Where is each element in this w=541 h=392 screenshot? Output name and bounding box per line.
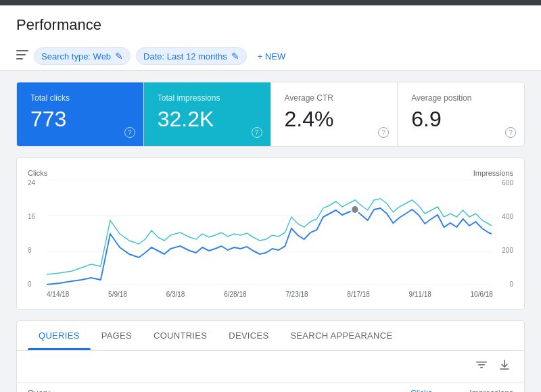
col-query-label: Query	[28, 389, 50, 392]
table-toolbar	[17, 351, 524, 383]
chart-right-axis-label: Impressions	[473, 169, 513, 177]
metric-total-impressions-value: 32.2K	[158, 108, 257, 130]
tab-devices-label: DEVICES	[229, 330, 268, 341]
svg-rect-2	[16, 58, 23, 59]
table-header: Query ↓ Clicks Impressions	[17, 383, 524, 392]
page-header: Performance Search type: Web ✎ Date: Las…	[0, 5, 541, 71]
col-impressions-label: Impressions	[469, 389, 513, 392]
svg-rect-0	[16, 50, 28, 51]
y-right-200: 200	[493, 247, 513, 254]
metric-total-clicks-label: Total clicks	[30, 93, 130, 103]
x-label-5: 7/23/18	[285, 291, 308, 298]
svg-rect-7	[476, 362, 487, 363]
chart-svg	[47, 180, 492, 288]
metric-total-clicks: Total clicks 773 ?	[17, 82, 144, 146]
tab-queries-label: QUERIES	[39, 330, 80, 341]
chip-search-type-edit-icon: ✎	[115, 51, 123, 62]
metric-average-ctr: Average CTR 2.4% ?	[271, 82, 398, 146]
tab-search-appearance[interactable]: SEARCH APPEARANCE	[279, 321, 403, 350]
tab-queries[interactable]: QUERIES	[28, 321, 91, 350]
impressions-line	[47, 199, 492, 274]
y-right-600: 600	[493, 180, 513, 187]
metric-average-position-value: 6.9	[411, 108, 511, 130]
tab-countries[interactable]: COUNTRIES	[143, 321, 218, 350]
new-filter-label: + NEW	[258, 51, 286, 62]
tab-search-appearance-label: SEARCH APPEARANCE	[290, 330, 392, 341]
chart-container: Clicks Impressions 24 16 8 0	[16, 157, 525, 310]
chart-left-axis-label: Clicks	[28, 169, 47, 177]
main-content: Total clicks 773 ? Total impressions 32.…	[0, 71, 541, 392]
x-label-8: 10/6/18	[471, 291, 493, 298]
chart-y-right: 600 400 200 0	[493, 180, 513, 288]
x-label-1: 4/14/18	[47, 291, 69, 298]
col-clicks-header[interactable]: ↓ Clicks	[351, 389, 432, 392]
y-right-0: 0	[493, 281, 513, 288]
metric-average-ctr-help[interactable]: ?	[378, 127, 389, 138]
filter-rows-icon[interactable]	[473, 356, 490, 377]
x-label-3: 6/3/18	[166, 291, 185, 298]
y-left-16: 16	[28, 214, 45, 220]
top-bar	[0, 0, 541, 5]
svg-rect-9	[480, 367, 483, 368]
metric-average-ctr-label: Average CTR	[285, 93, 384, 103]
chip-date-label: Date: Last 12 months	[143, 51, 227, 62]
x-label-2: 5/9/18	[108, 291, 127, 298]
new-filter-button[interactable]: + NEW	[252, 49, 291, 64]
chart-x-labels: 4/14/18 5/9/18 6/3/18 6/28/18 7/23/18 8/…	[28, 291, 513, 298]
metric-average-ctr-value: 2.4%	[285, 108, 384, 130]
filter-chip-search-type[interactable]: Search type: Web ✎	[34, 47, 131, 65]
page-title: Performance	[16, 16, 525, 34]
chip-date-edit-icon: ✎	[231, 51, 239, 62]
tooltip-dot	[351, 205, 358, 214]
filter-menu-icon[interactable]	[16, 50, 28, 62]
chart-wrapper: 24 16 8 0	[28, 180, 513, 288]
x-label-7: 9/11/18	[408, 291, 431, 298]
chart-y-left: 24 16 8 0	[28, 180, 45, 288]
tabs-bar: QUERIES PAGES COUNTRIES DEVICES SEARCH A…	[17, 321, 524, 351]
filter-chip-date[interactable]: Date: Last 12 months ✎	[136, 47, 247, 65]
col-impressions-header: Impressions	[432, 389, 513, 392]
x-label-6: 8/17/18	[347, 291, 369, 298]
tab-pages[interactable]: PAGES	[91, 321, 143, 350]
download-icon[interactable]	[496, 356, 513, 377]
y-right-400: 400	[493, 214, 513, 220]
x-label-4: 6/28/18	[224, 291, 246, 298]
metric-total-impressions-help[interactable]: ?	[252, 127, 262, 138]
metric-average-position: Average position 6.9 ?	[398, 82, 524, 146]
metric-average-position-help[interactable]: ?	[505, 127, 516, 138]
col-clicks-sort-icon: ↓	[404, 389, 408, 392]
metrics-row: Total clicks 773 ? Total impressions 32.…	[16, 82, 525, 147]
filter-bar: Search type: Web ✎ Date: Last 12 months …	[16, 42, 525, 70]
col-query-header: Query	[28, 389, 351, 392]
tab-devices[interactable]: DEVICES	[218, 321, 279, 350]
y-left-8: 8	[28, 247, 45, 254]
metric-total-impressions-label: Total impressions	[158, 93, 257, 103]
y-left-0: 0	[28, 281, 45, 288]
col-clicks-label: Clicks	[410, 389, 432, 392]
metric-total-impressions: Total impressions 32.2K ?	[144, 82, 271, 146]
svg-rect-1	[16, 54, 26, 55]
chip-search-type-label: Search type: Web	[41, 51, 111, 62]
y-left-24: 24	[28, 180, 45, 187]
clicks-line	[47, 208, 492, 285]
svg-rect-8	[478, 364, 485, 366]
tabs-section: QUERIES PAGES COUNTRIES DEVICES SEARCH A…	[16, 320, 525, 392]
metric-total-clicks-value: 773	[30, 108, 130, 130]
metric-average-position-label: Average position	[411, 93, 511, 103]
tab-countries-label: COUNTRIES	[154, 330, 207, 341]
chart-axis-labels: Clicks Impressions	[28, 169, 513, 177]
metric-total-clicks-help[interactable]: ?	[124, 127, 135, 138]
tab-pages-label: PAGES	[101, 330, 132, 341]
chart-area	[47, 180, 492, 288]
